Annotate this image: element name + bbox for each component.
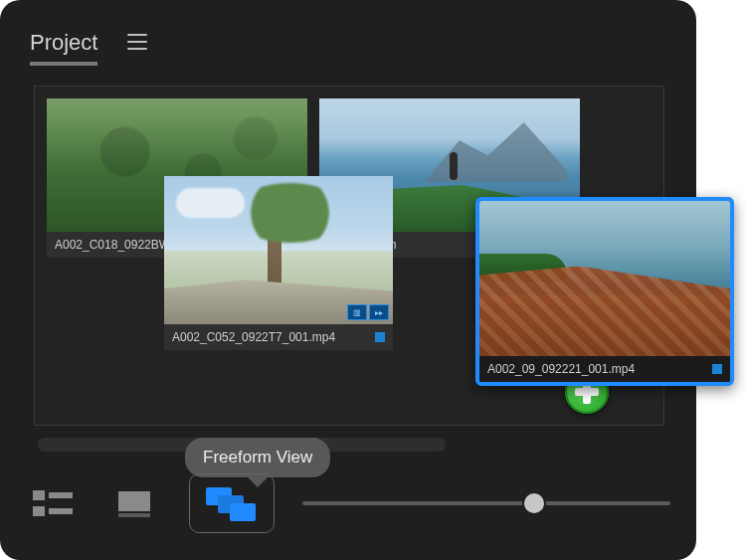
icon-view-button[interactable] — [107, 482, 161, 524]
tooltip-freeform-view: Freeform View — [185, 438, 330, 477]
panel-menu-icon[interactable] — [127, 34, 147, 50]
svg-rect-0 — [33, 490, 45, 500]
proxy-badge-icon: ▥ — [347, 304, 367, 320]
clip-label-swatch[interactable] — [712, 364, 722, 374]
clip-thumbnail: ▥ ▸▸ — [164, 176, 393, 324]
clip-filename: A002_09_092221_001.mp4 — [487, 362, 635, 376]
list-view-icon — [33, 488, 73, 518]
clip-badge-strip: ▥ ▸▸ — [347, 304, 389, 320]
svg-rect-3 — [49, 508, 73, 514]
svg-rect-5 — [118, 513, 150, 517]
clip-thumbnail — [479, 201, 730, 356]
clip-item[interactable]: ▥ ▸▸ A002_C052_0922T7_001.mp4 — [164, 176, 393, 350]
list-view-button[interactable] — [26, 482, 80, 524]
inout-badge-icon: ▸▸ — [369, 304, 389, 320]
clip-filename: A002_C018_0922BW — [55, 238, 170, 252]
freeform-view-button[interactable] — [189, 473, 275, 533]
icon-view-icon — [115, 488, 153, 518]
thumbnail-size-slider[interactable] — [302, 501, 670, 505]
clip-item-selected[interactable]: A002_09_092221_001.mp4 — [475, 197, 734, 386]
svg-rect-8 — [230, 503, 256, 521]
panel-title: Project — [30, 30, 97, 66]
clip-filename: A002_C052_0922T7_001.mp4 — [172, 330, 335, 344]
svg-rect-1 — [49, 492, 73, 498]
project-toolbar — [26, 476, 670, 530]
svg-rect-4 — [118, 491, 150, 511]
svg-rect-2 — [33, 506, 45, 516]
freeform-view-icon — [204, 483, 260, 523]
clip-label-swatch[interactable] — [375, 332, 385, 342]
slider-thumb[interactable] — [524, 493, 544, 513]
